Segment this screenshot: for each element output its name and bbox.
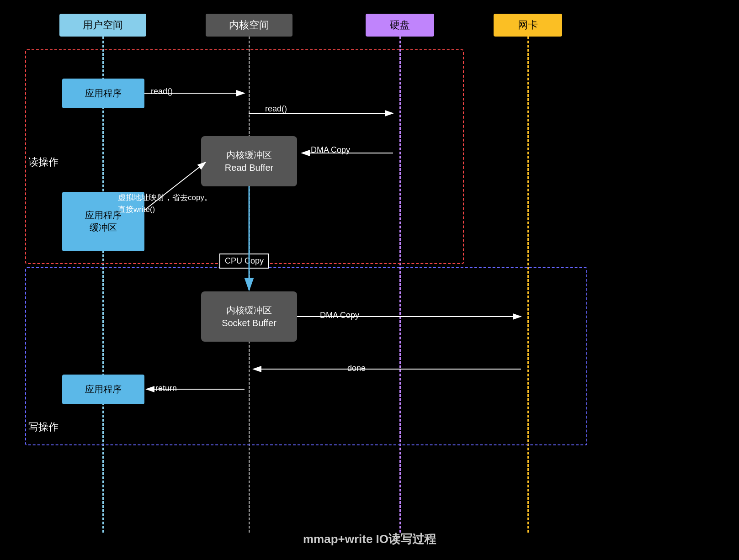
write-operation-box xyxy=(25,267,587,445)
cpu-copy-box: CPU Copy xyxy=(219,254,269,269)
write-label: 写操作 xyxy=(28,420,58,434)
kernel-read-buffer-box: 内核缓冲区Read Buffer xyxy=(201,136,297,186)
read-label: 读操作 xyxy=(28,155,58,169)
app-box-2: 应用程序 xyxy=(62,375,144,404)
dma-copy1-label: DMA Copy xyxy=(311,145,350,155)
col-header-nic: 网卡 xyxy=(494,14,562,37)
dma-copy2-label: DMA Copy xyxy=(320,311,359,320)
bottom-title: mmap+write IO读写过程 xyxy=(303,531,436,547)
note-text: 虚拟地址映射，省去copy。直接write() xyxy=(118,192,212,215)
col-header-disk: 硬盘 xyxy=(366,14,434,37)
done-label: done xyxy=(347,364,366,373)
col-header-user: 用户空间 xyxy=(59,14,146,37)
app-buffer-label: 应用程序缓冲区 xyxy=(85,209,122,234)
return-label: return xyxy=(155,384,177,393)
kernel-read-label: 内核缓冲区Read Buffer xyxy=(225,148,273,174)
app-box-1: 应用程序 xyxy=(62,79,144,108)
read-disk-label: read() xyxy=(265,104,287,114)
kernel-socket-label: 内核缓冲区Socket Buffer xyxy=(222,304,276,329)
col-header-kernel: 内核空间 xyxy=(206,14,292,37)
kernel-socket-buffer-box: 内核缓冲区Socket Buffer xyxy=(201,291,297,342)
read-call-label: read() xyxy=(151,87,173,96)
